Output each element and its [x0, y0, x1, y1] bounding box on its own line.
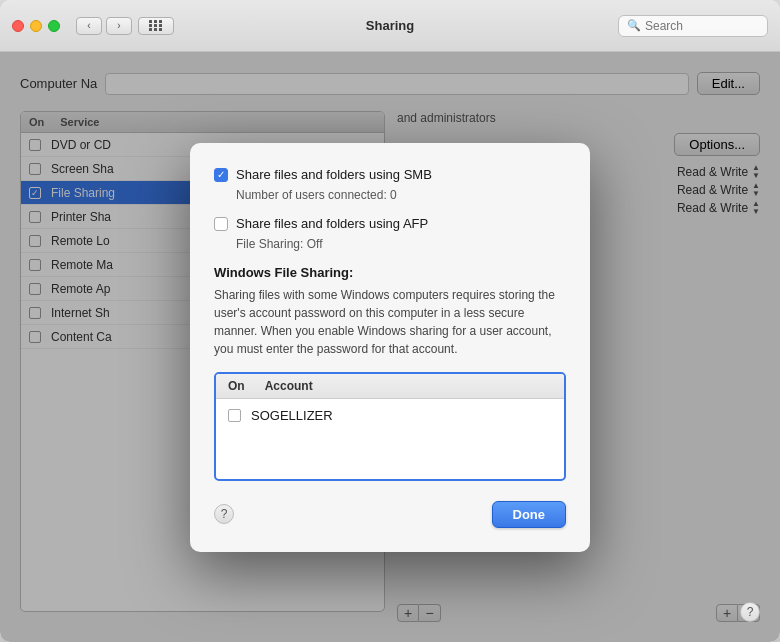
traffic-lights: [12, 20, 60, 32]
main-window: ‹ › Sharing 🔍 Computer Na Edit...: [0, 0, 780, 642]
windows-sharing-desc: Sharing files with some Windows computer…: [214, 286, 566, 358]
smb-checkbox-row: Share files and folders using SMB: [214, 167, 566, 182]
account-col-on: On: [228, 379, 245, 393]
dialog-help-button[interactable]: ?: [214, 504, 234, 524]
smb-checkbox-label: Share files and folders using SMB: [236, 167, 432, 182]
done-button[interactable]: Done: [492, 501, 567, 528]
afp-checkbox-label: Share files and folders using AFP: [236, 216, 428, 231]
content-area: Computer Na Edit... On Service DVD or CD: [0, 52, 780, 642]
smb-sub-label: Number of users connected: 0: [236, 188, 566, 202]
window-title: Sharing: [366, 18, 414, 33]
search-input[interactable]: [645, 19, 759, 33]
afp-checkbox[interactable]: [214, 217, 228, 231]
minimize-button[interactable]: [30, 20, 42, 32]
windows-sharing-title: Windows File Sharing:: [214, 265, 566, 280]
forward-button[interactable]: ›: [106, 17, 132, 35]
close-button[interactable]: [12, 20, 24, 32]
title-bar: ‹ › Sharing 🔍: [0, 0, 780, 52]
afp-sub-label: File Sharing: Off: [236, 237, 566, 251]
account-row-label: SOGELLIZER: [251, 408, 333, 423]
nav-buttons: ‹ ›: [76, 17, 132, 35]
account-col-account: Account: [265, 379, 313, 393]
account-row-checkbox[interactable]: [228, 409, 241, 422]
account-row[interactable]: SOGELLIZER: [216, 403, 564, 429]
search-icon: 🔍: [627, 19, 641, 32]
grid-icon: [149, 20, 163, 31]
back-button[interactable]: ‹: [76, 17, 102, 35]
help-icon: ?: [740, 602, 760, 622]
dialog: Share files and folders using SMB Number…: [190, 143, 590, 552]
account-table-header: On Account: [216, 374, 564, 399]
modal-overlay: Share files and folders using SMB Number…: [0, 52, 780, 642]
grid-view-button[interactable]: [138, 17, 174, 35]
dialog-footer: ? Done: [214, 501, 566, 528]
smb-checkbox[interactable]: [214, 168, 228, 182]
main-help-button[interactable]: ?: [740, 602, 760, 622]
search-bar[interactable]: 🔍: [618, 15, 768, 37]
account-table: On Account SOGELLIZER: [214, 372, 566, 481]
afp-checkbox-row: Share files and folders using AFP: [214, 216, 566, 231]
account-table-body: SOGELLIZER: [216, 399, 564, 479]
maximize-button[interactable]: [48, 20, 60, 32]
